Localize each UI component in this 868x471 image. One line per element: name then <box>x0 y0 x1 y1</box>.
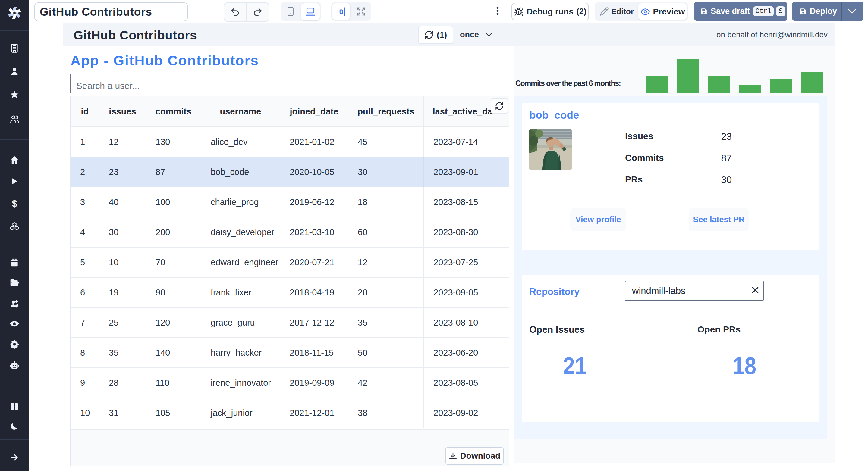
svg-text:$: $ <box>12 199 17 209</box>
